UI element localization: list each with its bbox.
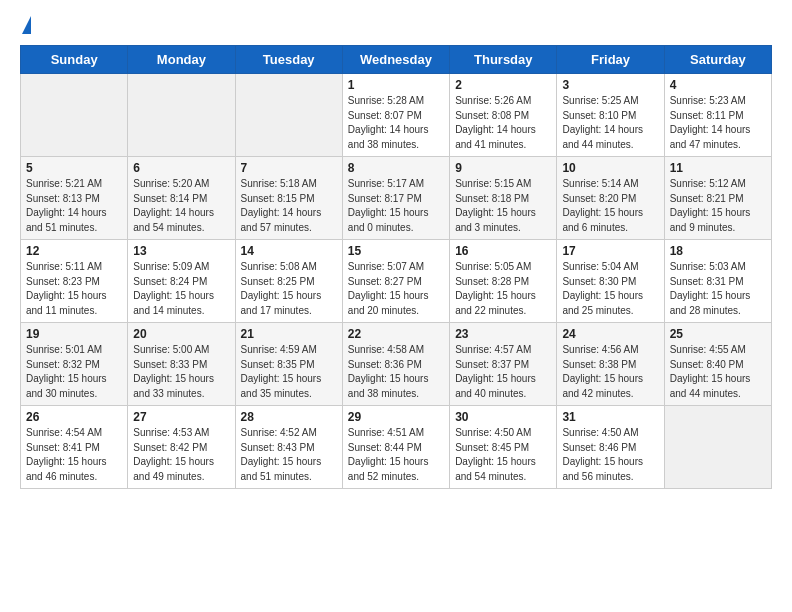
weekday-row: SundayMondayTuesdayWednesdayThursdayFrid… xyxy=(21,46,772,74)
cell-day-number: 8 xyxy=(348,161,444,175)
cell-info: Sunrise: 5:14 AM Sunset: 8:20 PM Dayligh… xyxy=(562,177,658,235)
calendar-cell: 23Sunrise: 4:57 AM Sunset: 8:37 PM Dayli… xyxy=(450,323,557,406)
cell-info: Sunrise: 5:25 AM Sunset: 8:10 PM Dayligh… xyxy=(562,94,658,152)
calendar-cell: 28Sunrise: 4:52 AM Sunset: 8:43 PM Dayli… xyxy=(235,406,342,489)
logo xyxy=(20,16,31,35)
calendar-cell xyxy=(128,74,235,157)
cell-day-number: 30 xyxy=(455,410,551,424)
cell-info: Sunrise: 5:04 AM Sunset: 8:30 PM Dayligh… xyxy=(562,260,658,318)
calendar-cell: 5Sunrise: 5:21 AM Sunset: 8:13 PM Daylig… xyxy=(21,157,128,240)
calendar-cell: 25Sunrise: 4:55 AM Sunset: 8:40 PM Dayli… xyxy=(664,323,771,406)
cell-day-number: 23 xyxy=(455,327,551,341)
calendar-body: 1Sunrise: 5:28 AM Sunset: 8:07 PM Daylig… xyxy=(21,74,772,489)
calendar-cell: 26Sunrise: 4:54 AM Sunset: 8:41 PM Dayli… xyxy=(21,406,128,489)
cell-day-number: 16 xyxy=(455,244,551,258)
calendar-cell: 27Sunrise: 4:53 AM Sunset: 8:42 PM Dayli… xyxy=(128,406,235,489)
cell-info: Sunrise: 4:51 AM Sunset: 8:44 PM Dayligh… xyxy=(348,426,444,484)
cell-day-number: 3 xyxy=(562,78,658,92)
cell-info: Sunrise: 5:15 AM Sunset: 8:18 PM Dayligh… xyxy=(455,177,551,235)
calendar-cell: 22Sunrise: 4:58 AM Sunset: 8:36 PM Dayli… xyxy=(342,323,449,406)
calendar-week-row: 19Sunrise: 5:01 AM Sunset: 8:32 PM Dayli… xyxy=(21,323,772,406)
cell-info: Sunrise: 5:26 AM Sunset: 8:08 PM Dayligh… xyxy=(455,94,551,152)
calendar-week-row: 1Sunrise: 5:28 AM Sunset: 8:07 PM Daylig… xyxy=(21,74,772,157)
cell-day-number: 10 xyxy=(562,161,658,175)
calendar-cell: 15Sunrise: 5:07 AM Sunset: 8:27 PM Dayli… xyxy=(342,240,449,323)
calendar-cell: 18Sunrise: 5:03 AM Sunset: 8:31 PM Dayli… xyxy=(664,240,771,323)
calendar-cell: 12Sunrise: 5:11 AM Sunset: 8:23 PM Dayli… xyxy=(21,240,128,323)
cell-info: Sunrise: 5:03 AM Sunset: 8:31 PM Dayligh… xyxy=(670,260,766,318)
cell-day-number: 14 xyxy=(241,244,337,258)
calendar-cell xyxy=(235,74,342,157)
cell-info: Sunrise: 4:54 AM Sunset: 8:41 PM Dayligh… xyxy=(26,426,122,484)
cell-info: Sunrise: 4:52 AM Sunset: 8:43 PM Dayligh… xyxy=(241,426,337,484)
calendar-cell: 11Sunrise: 5:12 AM Sunset: 8:21 PM Dayli… xyxy=(664,157,771,240)
cell-day-number: 26 xyxy=(26,410,122,424)
cell-info: Sunrise: 4:58 AM Sunset: 8:36 PM Dayligh… xyxy=(348,343,444,401)
weekday-header: Wednesday xyxy=(342,46,449,74)
calendar: SundayMondayTuesdayWednesdayThursdayFrid… xyxy=(20,45,772,489)
weekday-header: Thursday xyxy=(450,46,557,74)
cell-info: Sunrise: 5:28 AM Sunset: 8:07 PM Dayligh… xyxy=(348,94,444,152)
cell-day-number: 21 xyxy=(241,327,337,341)
calendar-cell: 24Sunrise: 4:56 AM Sunset: 8:38 PM Dayli… xyxy=(557,323,664,406)
cell-day-number: 31 xyxy=(562,410,658,424)
calendar-cell: 6Sunrise: 5:20 AM Sunset: 8:14 PM Daylig… xyxy=(128,157,235,240)
header xyxy=(20,16,772,35)
calendar-cell xyxy=(664,406,771,489)
cell-day-number: 7 xyxy=(241,161,337,175)
cell-day-number: 12 xyxy=(26,244,122,258)
calendar-cell: 14Sunrise: 5:08 AM Sunset: 8:25 PM Dayli… xyxy=(235,240,342,323)
calendar-cell: 29Sunrise: 4:51 AM Sunset: 8:44 PM Dayli… xyxy=(342,406,449,489)
calendar-week-row: 5Sunrise: 5:21 AM Sunset: 8:13 PM Daylig… xyxy=(21,157,772,240)
cell-info: Sunrise: 4:50 AM Sunset: 8:45 PM Dayligh… xyxy=(455,426,551,484)
cell-info: Sunrise: 5:05 AM Sunset: 8:28 PM Dayligh… xyxy=(455,260,551,318)
calendar-cell: 16Sunrise: 5:05 AM Sunset: 8:28 PM Dayli… xyxy=(450,240,557,323)
weekday-header: Sunday xyxy=(21,46,128,74)
cell-info: Sunrise: 4:53 AM Sunset: 8:42 PM Dayligh… xyxy=(133,426,229,484)
logo-triangle-icon xyxy=(22,16,31,34)
calendar-cell: 13Sunrise: 5:09 AM Sunset: 8:24 PM Dayli… xyxy=(128,240,235,323)
cell-info: Sunrise: 4:57 AM Sunset: 8:37 PM Dayligh… xyxy=(455,343,551,401)
calendar-cell: 30Sunrise: 4:50 AM Sunset: 8:45 PM Dayli… xyxy=(450,406,557,489)
cell-day-number: 9 xyxy=(455,161,551,175)
cell-info: Sunrise: 5:12 AM Sunset: 8:21 PM Dayligh… xyxy=(670,177,766,235)
cell-day-number: 28 xyxy=(241,410,337,424)
cell-day-number: 22 xyxy=(348,327,444,341)
cell-day-number: 4 xyxy=(670,78,766,92)
cell-day-number: 27 xyxy=(133,410,229,424)
calendar-cell: 20Sunrise: 5:00 AM Sunset: 8:33 PM Dayli… xyxy=(128,323,235,406)
calendar-cell: 21Sunrise: 4:59 AM Sunset: 8:35 PM Dayli… xyxy=(235,323,342,406)
cell-day-number: 11 xyxy=(670,161,766,175)
calendar-cell: 2Sunrise: 5:26 AM Sunset: 8:08 PM Daylig… xyxy=(450,74,557,157)
weekday-header: Friday xyxy=(557,46,664,74)
calendar-cell xyxy=(21,74,128,157)
calendar-cell: 4Sunrise: 5:23 AM Sunset: 8:11 PM Daylig… xyxy=(664,74,771,157)
page: SundayMondayTuesdayWednesdayThursdayFrid… xyxy=(0,0,792,509)
cell-info: Sunrise: 5:18 AM Sunset: 8:15 PM Dayligh… xyxy=(241,177,337,235)
cell-info: Sunrise: 4:59 AM Sunset: 8:35 PM Dayligh… xyxy=(241,343,337,401)
calendar-header: SundayMondayTuesdayWednesdayThursdayFrid… xyxy=(21,46,772,74)
logo-text xyxy=(20,16,31,35)
cell-day-number: 25 xyxy=(670,327,766,341)
cell-info: Sunrise: 4:50 AM Sunset: 8:46 PM Dayligh… xyxy=(562,426,658,484)
cell-info: Sunrise: 5:20 AM Sunset: 8:14 PM Dayligh… xyxy=(133,177,229,235)
cell-info: Sunrise: 5:11 AM Sunset: 8:23 PM Dayligh… xyxy=(26,260,122,318)
calendar-cell: 8Sunrise: 5:17 AM Sunset: 8:17 PM Daylig… xyxy=(342,157,449,240)
cell-day-number: 5 xyxy=(26,161,122,175)
cell-info: Sunrise: 5:07 AM Sunset: 8:27 PM Dayligh… xyxy=(348,260,444,318)
cell-day-number: 24 xyxy=(562,327,658,341)
cell-day-number: 20 xyxy=(133,327,229,341)
weekday-header: Tuesday xyxy=(235,46,342,74)
cell-info: Sunrise: 4:56 AM Sunset: 8:38 PM Dayligh… xyxy=(562,343,658,401)
cell-day-number: 1 xyxy=(348,78,444,92)
cell-day-number: 18 xyxy=(670,244,766,258)
calendar-week-row: 26Sunrise: 4:54 AM Sunset: 8:41 PM Dayli… xyxy=(21,406,772,489)
cell-info: Sunrise: 5:23 AM Sunset: 8:11 PM Dayligh… xyxy=(670,94,766,152)
weekday-header: Monday xyxy=(128,46,235,74)
cell-info: Sunrise: 5:21 AM Sunset: 8:13 PM Dayligh… xyxy=(26,177,122,235)
calendar-cell: 19Sunrise: 5:01 AM Sunset: 8:32 PM Dayli… xyxy=(21,323,128,406)
calendar-cell: 10Sunrise: 5:14 AM Sunset: 8:20 PM Dayli… xyxy=(557,157,664,240)
calendar-cell: 1Sunrise: 5:28 AM Sunset: 8:07 PM Daylig… xyxy=(342,74,449,157)
calendar-cell: 7Sunrise: 5:18 AM Sunset: 8:15 PM Daylig… xyxy=(235,157,342,240)
calendar-week-row: 12Sunrise: 5:11 AM Sunset: 8:23 PM Dayli… xyxy=(21,240,772,323)
